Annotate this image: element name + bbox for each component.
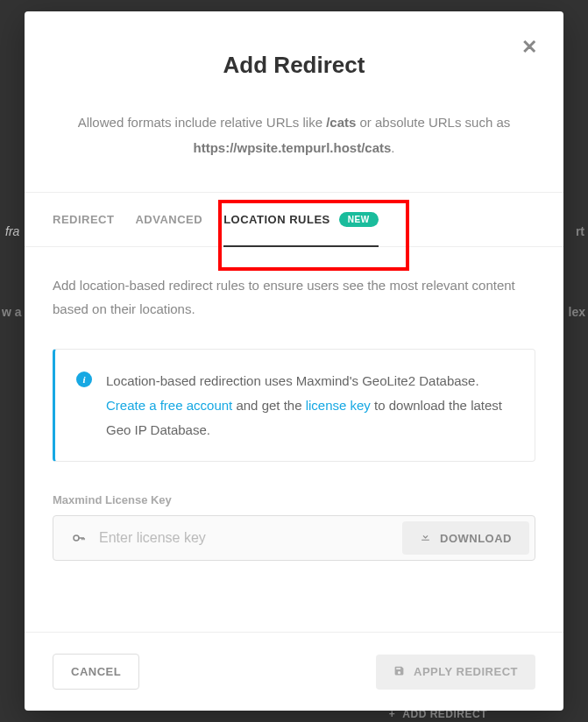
subtitle-example-1: /cats [326, 115, 356, 130]
svg-point-0 [74, 535, 79, 541]
info-text: Location-based redirection uses Maxmind'… [106, 369, 514, 442]
download-icon [420, 531, 431, 545]
new-badge: NEW [339, 212, 379, 227]
modal-title: Add Redirect [53, 52, 535, 79]
bg-text: w a [2, 305, 22, 319]
create-account-link[interactable]: Create a free account [106, 398, 232, 413]
subtitle-example-2: https://wpsite.tempurl.host/cats [193, 140, 391, 155]
info-text-part: Location-based redirection uses Maxmind'… [106, 373, 479, 388]
location-rules-description: Add location-based redirect rules to ens… [53, 273, 535, 321]
info-notice: i Location-based redirection uses Maxmin… [53, 349, 535, 462]
close-button[interactable]: ✕ [521, 38, 537, 57]
modal-footer: CANCEL APPLY REDIRECT [25, 632, 563, 711]
modal-subtitle: Allowed formats include relative URLs li… [53, 110, 535, 160]
key-icon [59, 521, 96, 555]
license-key-label: Maxmind License Key [53, 493, 535, 506]
info-text-part: and get the [232, 398, 305, 413]
subtitle-text: Allowed formats include relative URLs li… [78, 115, 326, 130]
tab-advanced[interactable]: ADVANCED [135, 193, 202, 246]
apply-redirect-button[interactable]: APPLY REDIRECT [376, 655, 535, 690]
bg-text: rt [576, 224, 584, 238]
download-button[interactable]: DOWNLOAD [402, 521, 529, 555]
info-icon: i [76, 372, 92, 387]
bg-text: fra [5, 224, 19, 238]
tab-location-rules[interactable]: LOCATION RULES NEW [223, 193, 378, 246]
save-icon [393, 665, 405, 679]
license-key-input[interactable] [96, 521, 402, 555]
modal-body: Add location-based redirect rules to ens… [25, 247, 563, 632]
tab-location-rules-label: LOCATION RULES [223, 213, 330, 226]
license-input-row: DOWNLOAD [53, 515, 535, 561]
tabs-nav: REDIRECT ADVANCED LOCATION RULES NEW [25, 192, 563, 247]
cancel-button[interactable]: CANCEL [53, 654, 139, 690]
apply-redirect-label: APPLY REDIRECT [414, 665, 518, 678]
bg-text: lex [569, 305, 585, 319]
subtitle-text: . [391, 140, 394, 155]
tab-redirect-label: REDIRECT [53, 213, 114, 226]
modal-header: ✕ Add Redirect Allowed formats include r… [25, 11, 563, 176]
license-key-link[interactable]: license key [306, 398, 371, 413]
subtitle-text: or absolute URLs such as [356, 115, 510, 130]
add-redirect-modal: ✕ Add Redirect Allowed formats include r… [25, 11, 563, 711]
tab-redirect[interactable]: REDIRECT [53, 193, 114, 246]
tab-advanced-label: ADVANCED [135, 213, 202, 226]
download-button-label: DOWNLOAD [440, 532, 512, 545]
close-icon: ✕ [521, 36, 537, 58]
